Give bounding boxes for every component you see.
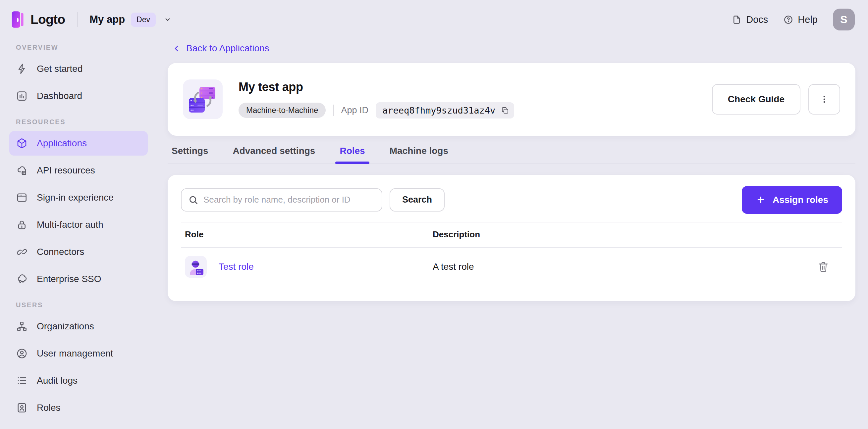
docs-label: Docs <box>746 14 768 25</box>
sidebar-item-label: API resources <box>37 165 95 176</box>
docs-button[interactable]: Docs <box>732 14 768 25</box>
role-icon <box>185 256 207 278</box>
sidebar-item-label: Organizations <box>37 321 94 332</box>
row-actions <box>806 261 842 273</box>
sidebar-item-label: Multi-factor auth <box>37 220 103 230</box>
lightning-icon <box>16 63 28 75</box>
logto-logo[interactable]: Logto <box>10 10 65 29</box>
tab-roles[interactable]: Roles <box>340 146 365 164</box>
sidebar-item-get-started[interactable]: Get started <box>9 57 148 81</box>
id-card-icon <box>16 402 28 414</box>
roles-toolbar: Search Assign roles <box>181 186 842 214</box>
search-field-wrap <box>181 188 382 211</box>
dashboard-icon <box>16 90 28 102</box>
back-link-label: Back to Applications <box>186 43 269 54</box>
copy-icon[interactable] <box>501 106 509 115</box>
tenant-app-selector[interactable]: My app Dev <box>89 12 172 27</box>
app-id-value[interactable]: areeq8fhmy9szud31az4v <box>376 102 514 119</box>
app-info: My test app Machine-to-Machine App ID ar… <box>239 80 514 119</box>
app-id-text: areeq8fhmy9szud31az4v <box>382 105 495 116</box>
column-header-role: Role <box>181 229 433 240</box>
app-type-badge: Machine-to-Machine <box>239 103 326 118</box>
sidebar-item-applications[interactable]: Applications <box>9 131 148 156</box>
machine-to-machine-app-icon <box>183 79 223 119</box>
assign-roles-button[interactable]: Assign roles <box>742 186 842 214</box>
browser-icon <box>16 192 28 204</box>
topbar: Logto My app Dev Docs Help S <box>0 0 868 39</box>
plus-icon <box>756 195 766 205</box>
topbar-right: Docs Help S <box>732 9 855 30</box>
app-title: My test app <box>239 80 514 94</box>
sidebar-item-audit-logs[interactable]: Audit logs <box>9 368 148 393</box>
header-actions: Check Guide <box>712 84 840 114</box>
role-description: A test role <box>433 262 806 272</box>
topbar-divider <box>77 12 78 27</box>
check-guide-button[interactable]: Check Guide <box>712 84 800 114</box>
cloud-key-icon <box>16 273 28 285</box>
sidebar-section-users: USERS <box>16 301 148 309</box>
sidebar-item-label: Connectors <box>37 246 84 257</box>
sidebar-section-overview: OVERVIEW <box>16 44 148 51</box>
sidebar-item-label: Dashboard <box>37 91 82 101</box>
sidebar-item-label: Get started <box>37 64 83 74</box>
search-button[interactable]: Search <box>390 188 444 211</box>
help-icon <box>783 14 794 25</box>
roles-table: Role Description <box>181 222 842 286</box>
more-actions-button[interactable] <box>808 84 840 114</box>
roles-panel: Search Assign roles Role Description <box>168 175 856 301</box>
sidebar-item-label: User management <box>37 348 113 359</box>
list-icon <box>16 375 28 387</box>
link-icon <box>16 246 28 258</box>
sidebar-item-roles[interactable]: Roles <box>9 396 148 420</box>
avatar-initial: S <box>840 13 847 26</box>
sidebar-item-api-resources[interactable]: API resources <box>9 158 148 183</box>
sidebar-item-user-management[interactable]: User management <box>9 341 148 366</box>
help-button[interactable]: Help <box>783 14 818 25</box>
sidebar-item-organizations[interactable]: Organizations <box>9 314 148 339</box>
sidebar-item-dashboard[interactable]: Dashboard <box>9 84 148 108</box>
app-meta: Machine-to-Machine App ID areeq8fhmy9szu… <box>239 102 514 119</box>
search-input[interactable] <box>181 188 382 211</box>
help-label: Help <box>798 14 818 25</box>
tab-advanced-settings[interactable]: Advanced settings <box>232 146 315 164</box>
sidebar-item-label: Enterprise SSO <box>37 274 101 284</box>
sidebar-item-label: Applications <box>37 138 87 148</box>
user-circle-icon <box>16 348 28 360</box>
role-name-link[interactable]: Test role <box>219 262 254 272</box>
sidebar-item-label: Roles <box>37 402 61 413</box>
sidebar-item-connectors[interactable]: Connectors <box>9 240 148 264</box>
document-icon <box>732 14 742 25</box>
org-chart-icon <box>16 321 28 332</box>
assign-roles-label: Assign roles <box>773 195 828 205</box>
logto-logo-icon <box>10 10 25 29</box>
chevron-left-icon <box>172 44 181 53</box>
tab-machine-logs[interactable]: Machine logs <box>390 146 448 164</box>
sidebar-item-multi-factor-auth[interactable]: Multi-factor auth <box>9 212 148 237</box>
sidebar: OVERVIEW Get started Dashboard RESOURCES… <box>0 39 156 429</box>
chevron-down-icon <box>163 15 172 24</box>
trash-icon[interactable] <box>818 261 829 273</box>
table-row[interactable]: Test role A test role <box>181 248 842 286</box>
column-header-description: Description <box>433 229 806 240</box>
cloud-box-icon <box>16 165 28 176</box>
role-cell: Test role <box>181 256 433 278</box>
kebab-icon <box>819 94 830 105</box>
sidebar-item-label: Sign-in experience <box>37 192 114 203</box>
back-to-applications-link[interactable]: Back to Applications <box>172 43 269 54</box>
app-selector-name: My app <box>89 13 125 26</box>
sidebar-item-label: Audit logs <box>37 375 78 386</box>
lock-icon <box>16 219 28 231</box>
env-badge: Dev <box>131 12 156 27</box>
brand-name: Logto <box>30 12 65 27</box>
app-detail-tabs: Settings Advanced settings Roles Machine… <box>168 146 856 164</box>
search-icon <box>188 194 199 205</box>
main-content: Back to Applications <box>156 39 868 429</box>
sidebar-item-sign-in-experience[interactable]: Sign-in experience <box>9 185 148 210</box>
cube-icon <box>16 137 28 149</box>
table-header: Role Description <box>181 222 842 248</box>
tab-settings[interactable]: Settings <box>172 146 208 164</box>
sidebar-item-enterprise-sso[interactable]: Enterprise SSO <box>9 267 148 291</box>
avatar[interactable]: S <box>833 9 855 30</box>
app-id-label: App ID <box>341 105 368 116</box>
meta-divider <box>333 105 334 116</box>
